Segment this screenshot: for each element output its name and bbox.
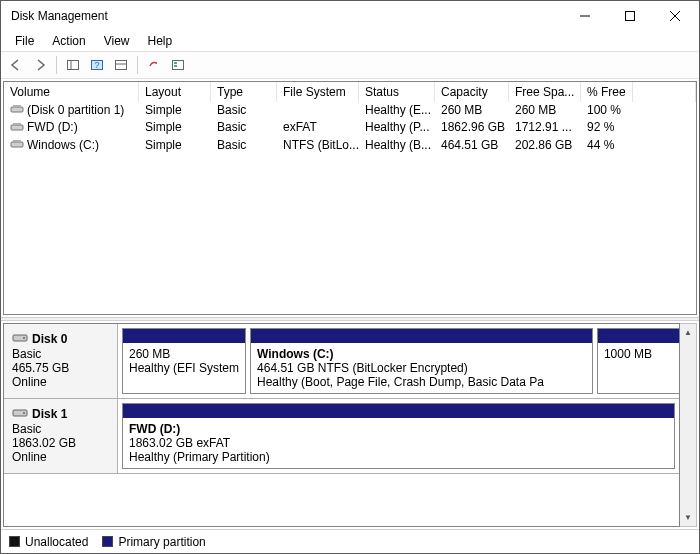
toolbar-separator bbox=[137, 56, 138, 74]
volume-fs: NTFS (BitLo... bbox=[277, 137, 359, 154]
help-button[interactable]: ? bbox=[86, 54, 108, 76]
partition[interactable]: 260 MBHealthy (EFI System bbox=[122, 328, 246, 394]
partition-row: 260 MBHealthy (EFI SystemWindows (C:)464… bbox=[118, 324, 679, 398]
partition[interactable]: Windows (C:)464.51 GB NTFS (BitLocker En… bbox=[250, 328, 593, 394]
volume-pctfree: 100 % bbox=[581, 102, 633, 119]
volume-name: Windows (C:) bbox=[27, 138, 99, 152]
menu-action[interactable]: Action bbox=[44, 32, 93, 50]
svg-rect-14 bbox=[13, 105, 21, 107]
partition-line2: Healthy (Boot, Page File, Crash Dump, Ba… bbox=[257, 375, 586, 389]
svg-rect-13 bbox=[11, 107, 23, 112]
volume-capacity: 464.51 GB bbox=[435, 137, 509, 154]
menu-view[interactable]: View bbox=[96, 32, 138, 50]
scrollbar[interactable]: ▲ ▼ bbox=[680, 323, 697, 527]
rescan-disks-button[interactable] bbox=[143, 54, 165, 76]
svg-rect-16 bbox=[13, 123, 21, 125]
show-hide-console-tree-button[interactable] bbox=[62, 54, 84, 76]
scroll-up-icon[interactable]: ▲ bbox=[680, 324, 696, 341]
partition[interactable]: 1000 MB bbox=[597, 328, 680, 394]
table-row[interactable]: FWD (D:)SimpleBasicexFATHealthy (P...186… bbox=[4, 119, 696, 136]
col-volume[interactable]: Volume bbox=[4, 82, 139, 102]
toolbar: ? bbox=[1, 51, 699, 79]
svg-rect-17 bbox=[11, 142, 23, 147]
svg-rect-12 bbox=[174, 65, 177, 67]
disk-state: Online bbox=[12, 450, 109, 464]
svg-point-20 bbox=[23, 337, 25, 339]
legend-label-unallocated: Unallocated bbox=[25, 535, 88, 549]
refresh-button[interactable] bbox=[110, 54, 132, 76]
svg-point-22 bbox=[23, 412, 25, 414]
partition-bar bbox=[598, 329, 680, 343]
partition-row: FWD (D:)1863.02 GB exFATHealthy (Primary… bbox=[118, 399, 679, 473]
volume-freespace: 260 MB bbox=[509, 102, 581, 119]
col-layout[interactable]: Layout bbox=[139, 82, 211, 102]
col-pctfree[interactable]: % Free bbox=[581, 82, 633, 102]
table-row[interactable]: Windows (C:)SimpleBasicNTFS (BitLo...Hea… bbox=[4, 137, 696, 154]
volume-type: Basic bbox=[211, 137, 277, 154]
table-header: Volume Layout Type File System Status Ca… bbox=[4, 82, 696, 102]
disk-kind: Basic bbox=[12, 422, 109, 436]
svg-rect-8 bbox=[116, 61, 127, 70]
partition-title: FWD (D:) bbox=[129, 422, 668, 436]
disk-info[interactable]: Disk 0Basic465.75 GBOnline bbox=[4, 324, 118, 398]
disk-icon bbox=[12, 407, 28, 422]
maximize-button[interactable] bbox=[607, 2, 652, 30]
svg-rect-1 bbox=[625, 12, 634, 21]
menubar: File Action View Help bbox=[1, 31, 699, 51]
partition-line1: 260 MB bbox=[129, 347, 239, 361]
col-type[interactable]: Type bbox=[211, 82, 277, 102]
partition-bar bbox=[123, 404, 674, 418]
volume-layout: Simple bbox=[139, 102, 211, 119]
disk-graphical-view[interactable]: Disk 0Basic465.75 GBOnline260 MBHealthy … bbox=[3, 323, 680, 527]
table-row[interactable]: (Disk 0 partition 1)SimpleBasicHealthy (… bbox=[4, 102, 696, 119]
toolbar-separator bbox=[56, 56, 57, 74]
partition-line1: 1863.02 GB exFAT bbox=[129, 436, 668, 450]
volume-pctfree: 44 % bbox=[581, 137, 633, 154]
volume-capacity: 1862.96 GB bbox=[435, 119, 509, 136]
col-empty[interactable] bbox=[633, 82, 696, 102]
legend-swatch-primary bbox=[102, 536, 113, 547]
partition-title: Windows (C:) bbox=[257, 347, 586, 361]
window-title: Disk Management bbox=[11, 9, 562, 23]
disk-kind: Basic bbox=[12, 347, 109, 361]
partition-bar bbox=[251, 329, 592, 343]
minimize-button[interactable] bbox=[562, 2, 607, 30]
disk-state: Online bbox=[12, 375, 109, 389]
partition-line1: 1000 MB bbox=[604, 347, 680, 361]
volume-list: Volume Layout Type File System Status Ca… bbox=[3, 81, 697, 315]
svg-rect-4 bbox=[68, 61, 79, 70]
disk-row: Disk 0Basic465.75 GBOnline260 MBHealthy … bbox=[4, 324, 679, 399]
splitter[interactable] bbox=[1, 317, 699, 321]
partition-line1: 464.51 GB NTFS (BitLocker Encrypted) bbox=[257, 361, 586, 375]
col-filesystem[interactable]: File System bbox=[277, 82, 359, 102]
disk-info[interactable]: Disk 1Basic1863.02 GBOnline bbox=[4, 399, 118, 473]
volume-pctfree: 92 % bbox=[581, 119, 633, 136]
scroll-down-icon[interactable]: ▼ bbox=[680, 509, 696, 526]
volume-icon bbox=[10, 103, 24, 118]
menu-file[interactable]: File bbox=[7, 32, 42, 50]
disk-row: Disk 1Basic1863.02 GBOnlineFWD (D:)1863.… bbox=[4, 399, 679, 474]
titlebar: Disk Management bbox=[1, 1, 699, 31]
volume-status: Healthy (E... bbox=[359, 102, 435, 119]
volume-icon bbox=[10, 138, 24, 153]
svg-text:?: ? bbox=[94, 60, 99, 70]
volume-type: Basic bbox=[211, 119, 277, 136]
volume-freespace: 1712.91 ... bbox=[509, 119, 581, 136]
disk-size: 1863.02 GB bbox=[12, 436, 109, 450]
col-capacity[interactable]: Capacity bbox=[435, 82, 509, 102]
table-body[interactable]: (Disk 0 partition 1)SimpleBasicHealthy (… bbox=[4, 102, 696, 314]
col-status[interactable]: Status bbox=[359, 82, 435, 102]
volume-name: FWD (D:) bbox=[27, 120, 78, 134]
volume-fs bbox=[277, 102, 359, 119]
legend-swatch-unallocated bbox=[9, 536, 20, 547]
forward-button[interactable] bbox=[29, 54, 51, 76]
view-button[interactable] bbox=[167, 54, 189, 76]
volume-fs: exFAT bbox=[277, 119, 359, 136]
partition[interactable]: FWD (D:)1863.02 GB exFATHealthy (Primary… bbox=[122, 403, 675, 469]
close-button[interactable] bbox=[652, 2, 697, 30]
col-freespace[interactable]: Free Spa... bbox=[509, 82, 581, 102]
partition-line2: Healthy (Primary Partition) bbox=[129, 450, 668, 464]
menu-help[interactable]: Help bbox=[140, 32, 181, 50]
disk-name: Disk 0 bbox=[32, 332, 67, 346]
back-button[interactable] bbox=[5, 54, 27, 76]
